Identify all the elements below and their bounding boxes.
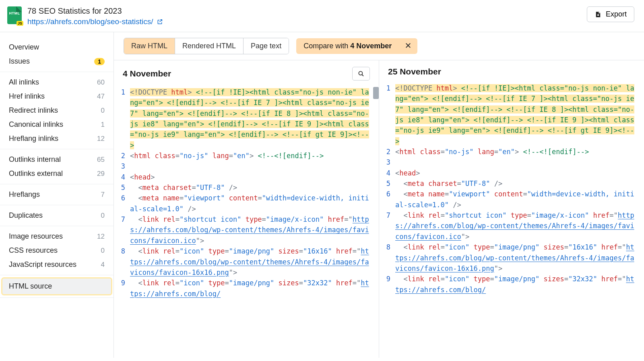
sidebar-item-label: Canonical inlinks (9, 120, 63, 129)
code-line: 1<!DOCTYPE html> <!--[if !IE]><html clas… (114, 87, 379, 151)
line-number: 4 (114, 172, 130, 182)
download-icon (594, 11, 602, 18)
code-line: 9 <link rel="icon" type="image/png" size… (379, 274, 644, 295)
js-badge-icon: JS (17, 21, 23, 26)
sidebar-item-label: JavaScript resources (9, 260, 76, 269)
issues-badge: 1 (94, 58, 105, 65)
code-line: 7 <link rel="shortcut icon" type="image/… (114, 214, 379, 246)
code-line: 7 <link rel="shortcut icon" type="image/… (379, 210, 644, 242)
code-content: <link rel="icon" type="image/png" sizes=… (395, 242, 644, 274)
tab-rendered-html[interactable]: Rendered HTML (175, 38, 244, 54)
left-pane: 4 November 1<!DOCTYPE html> <!--[if !IE]… (114, 60, 379, 358)
line-number: 3 (114, 161, 130, 171)
sidebar-item-outlinks-internal[interactable]: Outlinks internal65 (0, 153, 114, 167)
line-number: 2 (114, 151, 130, 161)
tab-raw-html[interactable]: Raw HTML (124, 38, 175, 54)
sidebar-item-hreflangs[interactable]: Hreflangs7 (0, 188, 114, 202)
sidebar-item-label: Redirect inlinks (9, 106, 58, 115)
compare-close-button[interactable] (399, 38, 417, 54)
tab-page-text[interactable]: Page text (244, 38, 289, 54)
sidebar-item-image-resources[interactable]: Image resources12 (0, 229, 114, 243)
sidebar-item-css-resources[interactable]: CSS resources0 (0, 243, 114, 258)
line-number: 1 (379, 83, 395, 93)
line-number: 7 (114, 214, 130, 225)
sidebar-item-count: 0 (101, 107, 105, 115)
sidebar-item-label: All inlinks (9, 78, 39, 87)
code-line: 5 <meta charset="UTF-8" /> (379, 178, 644, 189)
code-content: <meta name="viewport" content="width=dev… (395, 189, 644, 210)
page-title: 78 SEO Statistics for 2023 (27, 6, 587, 16)
code-content: <html class="no-js" lang="en"> <!--<![en… (395, 146, 644, 157)
code-line: 4<head> (114, 172, 379, 182)
search-icon (357, 70, 365, 77)
sidebar-item-label: Outlinks internal (9, 155, 61, 164)
sidebar-item-label: CSS resources (9, 246, 58, 255)
right-pane-title: 25 November (388, 67, 441, 76)
code-line: 9 <link rel="icon" type="image/png" size… (114, 278, 379, 299)
left-code-view[interactable]: 1<!DOCTYPE html> <!--[if !IE]><html clas… (114, 87, 379, 358)
sidebar-item-count: 47 (97, 93, 105, 101)
scrollbar-thumb[interactable] (373, 87, 379, 99)
code-content: <link rel="icon" type="image/png" sizes=… (395, 274, 644, 295)
compare-pill: Compare with 4 November (296, 38, 417, 54)
code-line: 4<head> (379, 168, 644, 178)
export-label: Export (606, 10, 627, 19)
code-line: 3 (114, 161, 379, 171)
sidebar-item-hreflang-inlinks[interactable]: Hreflang inlinks12 (0, 132, 114, 146)
export-button[interactable]: Export (587, 6, 634, 22)
code-line: 8 <link rel="icon" type="image/png" size… (379, 242, 644, 274)
code-content: <html class="no-js" lang="en"> <!--<![en… (130, 151, 379, 161)
line-number: 3 (379, 157, 395, 167)
page-header: HTML JS 78 SEO Statistics for 2023 https… (0, 0, 644, 32)
line-number: 5 (114, 182, 130, 193)
sidebar-item-all-inlinks[interactable]: All inlinks60 (0, 75, 114, 89)
code-content: <head> (395, 168, 644, 178)
code-line: 5 <meta charset="UTF-8" /> (114, 182, 379, 193)
line-number: 9 (379, 274, 395, 284)
main-panel: Raw HTMLRendered HTMLPage text Compare w… (114, 32, 644, 358)
sidebar-item-overview[interactable]: Overview (0, 40, 114, 54)
sidebar-item-href-inlinks[interactable]: Href inlinks47 (0, 89, 114, 103)
sidebar-item-count: 60 (97, 78, 105, 87)
sidebar-item-label: Image resources (9, 232, 63, 241)
code-content: <link rel="shortcut icon" type="image/x-… (395, 210, 644, 242)
sidebar-item-label: Overview (9, 43, 39, 52)
code-line: 1<!DOCTYPE html> <!--[if !IE]><html clas… (379, 83, 644, 146)
sidebar-item-label: Outlinks external (9, 169, 63, 178)
sidebar-item-issues[interactable]: Issues1 (0, 54, 114, 68)
line-number: 6 (379, 189, 395, 199)
sidebar-item-label: Duplicates (9, 211, 43, 220)
line-number: 9 (114, 278, 130, 288)
sidebar-item-label: HTML source (9, 282, 52, 291)
page-url-link[interactable]: https://ahrefs.com/blog/seo-statistics/ (27, 17, 163, 26)
line-number: 4 (379, 168, 395, 178)
right-pane: 25 November 1<!DOCTYPE html> <!--[if !IE… (379, 60, 644, 358)
sidebar-item-redirect-inlinks[interactable]: Redirect inlinks0 (0, 103, 114, 118)
toolbar: Raw HTMLRendered HTMLPage text Compare w… (114, 32, 644, 54)
file-type-label: HTML (7, 11, 22, 15)
code-content: <meta name="viewport" content="width=dev… (130, 193, 379, 214)
sidebar-item-count: 12 (97, 135, 105, 143)
sidebar-item-html-source[interactable]: HTML source (2, 278, 111, 294)
search-button[interactable] (352, 67, 370, 80)
sidebar-item-outlinks-external[interactable]: Outlinks external29 (0, 167, 114, 181)
page-url-text: https://ahrefs.com/blog/seo-statistics/ (27, 17, 153, 26)
code-line: 6 <meta name="viewport" content="width=d… (379, 189, 644, 210)
code-line: 8 <link rel="icon" type="image/png" size… (114, 246, 379, 278)
right-code-view[interactable]: 1<!DOCTYPE html> <!--[if !IE]><html clas… (379, 83, 644, 358)
sidebar: OverviewIssues1All inlinks60Href inlinks… (0, 32, 114, 358)
line-number: 5 (379, 178, 395, 189)
sidebar-item-javascript-resources[interactable]: JavaScript resources4 (0, 258, 114, 272)
sidebar-item-duplicates[interactable]: Duplicates0 (0, 208, 114, 223)
line-number: 1 (114, 87, 130, 97)
compare-label[interactable]: Compare with 4 November (296, 38, 399, 54)
file-type-icon: HTML JS (7, 6, 22, 24)
left-pane-title: 4 November (123, 69, 171, 78)
code-line: 3 (379, 157, 644, 167)
code-content: <link rel="shortcut icon" type="image/x-… (130, 214, 379, 246)
line-number: 2 (379, 146, 395, 157)
sidebar-item-label: Hreflangs (9, 190, 40, 199)
code-content: <meta charset="UTF-8" /> (130, 182, 379, 193)
external-link-icon (157, 19, 163, 25)
sidebar-item-canonical-inlinks[interactable]: Canonical inlinks1 (0, 118, 114, 132)
